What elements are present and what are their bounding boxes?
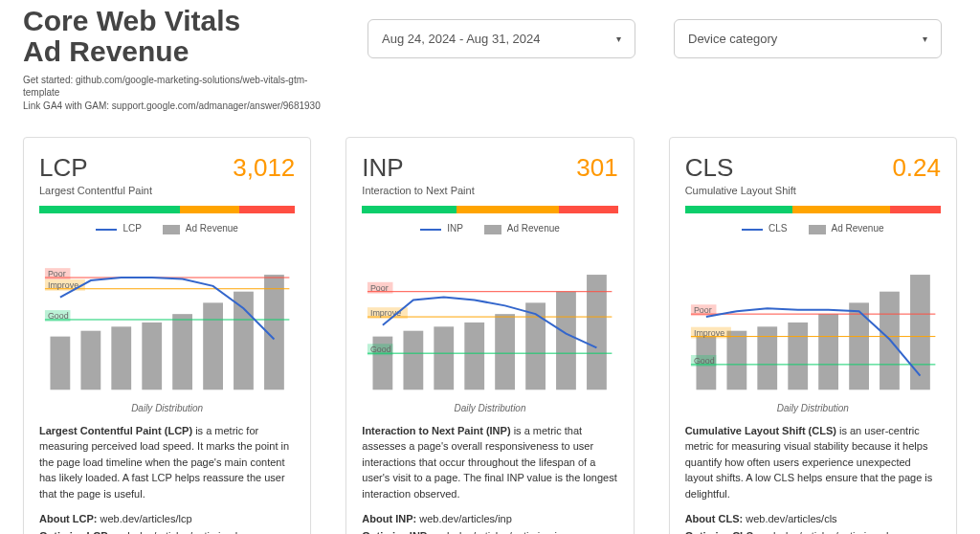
line-swatch-icon xyxy=(420,229,441,231)
inp-legend-line: INP xyxy=(447,223,463,234)
date-range-value: Aug 24, 2024 - Aug 31, 2024 xyxy=(382,32,541,46)
cls-about-label: About CLS: xyxy=(685,513,743,524)
lcp-threshold-poor-label: Poor xyxy=(48,269,66,278)
lcp-threshold-good-label: Good xyxy=(48,311,69,321)
cls-fullname: Cumulative Layout Shift xyxy=(685,185,941,196)
inp-chart-caption: Daily Distribution xyxy=(362,403,617,413)
card-cls: CLS 0.24 Cumulative Layout Shift CLS Ad … xyxy=(669,137,957,534)
cls-distribution-bar xyxy=(685,206,941,213)
cls-abbr: CLS xyxy=(685,153,734,183)
inp-about-label: About INP: xyxy=(362,513,416,524)
device-category-selector[interactable]: Device category ▾ xyxy=(674,19,942,58)
inp-links: About INP: web.dev/articles/inp Optimize… xyxy=(362,511,617,534)
inp-legend-bar: Ad Revenue xyxy=(507,223,560,234)
inp-distribution-bar xyxy=(362,206,617,213)
cls-links: About CLS: web.dev/articles/cls Optimize… xyxy=(685,511,941,534)
lcp-value: 3,012 xyxy=(233,153,295,183)
bar-swatch-icon xyxy=(809,225,826,234)
lcp-bar xyxy=(80,330,100,389)
page-title: Core Web Vitals Ad Revenue xyxy=(23,6,329,68)
lcp-abbr: LCP xyxy=(39,153,88,183)
cls-description: Cumulative Layout Shift (CLS) is an user… xyxy=(685,423,941,502)
inp-value: 301 xyxy=(576,153,617,183)
inp-abbr: INP xyxy=(362,153,403,183)
inp-optimize-label: Optimize INP: xyxy=(362,530,431,534)
inp-bar xyxy=(404,330,424,389)
inp-bar xyxy=(465,323,485,389)
cls-optimize-url: web.dev/articles/optimize-cls xyxy=(760,530,894,534)
page-title-line2: Ad Revenue xyxy=(23,35,189,67)
cls-threshold-good-label: Good xyxy=(694,356,715,366)
device-category-value: Device category xyxy=(688,32,777,46)
inp-bar xyxy=(496,314,516,389)
card-inp: INP 301 Interaction to Next Paint INP Ad… xyxy=(345,137,634,534)
inp-chart: Poor Improve Good xyxy=(362,238,617,401)
lcp-legend: LCP Ad Revenue xyxy=(39,223,295,234)
inp-legend: INP Ad Revenue xyxy=(362,223,617,234)
lcp-optimize-label: Optimize LCP: xyxy=(39,530,111,534)
subtext-get-started: Get started: github.com/google-marketing… xyxy=(23,74,329,100)
cls-chart: Poor Improve Good xyxy=(685,238,941,401)
header-subtext: Get started: github.com/google-marketing… xyxy=(23,74,329,113)
inp-about-url: web.dev/articles/inp xyxy=(419,513,512,524)
chevron-down-icon: ▾ xyxy=(923,33,927,44)
lcp-bar xyxy=(142,323,162,389)
lcp-bar xyxy=(172,314,192,389)
inp-optimize-url: web.dev/articles/optimize-inp xyxy=(434,530,568,534)
inp-fullname: Interaction to Next Paint xyxy=(362,185,617,196)
cls-legend-bar: Ad Revenue xyxy=(832,223,884,234)
card-lcp: LCP 3,012 Largest Contentful Paint LCP A… xyxy=(23,137,311,534)
cls-legend-line: CLS xyxy=(768,223,787,234)
bar-swatch-icon xyxy=(163,225,180,234)
page-title-line1: Core Web Vitals xyxy=(23,5,240,36)
lcp-description: Largest Contentful Paint (LCP) is a metr… xyxy=(39,423,295,502)
lcp-chart-caption: Daily Distribution xyxy=(39,403,295,413)
cls-value: 0.24 xyxy=(892,153,941,183)
inp-bar xyxy=(556,291,576,389)
lcp-bar xyxy=(234,291,254,389)
lcp-bar xyxy=(203,302,223,389)
cls-threshold-poor-label: Poor xyxy=(694,305,712,315)
lcp-about-url: web.dev/articles/lcp xyxy=(100,513,192,524)
lcp-about-label: About LCP: xyxy=(39,513,97,524)
cls-bar xyxy=(788,323,808,389)
lcp-optimize-url: web.dev/articles/optimize-lcp xyxy=(114,530,249,534)
cls-bar xyxy=(910,275,930,389)
date-range-selector[interactable]: Aug 24, 2024 - Aug 31, 2024 ▾ xyxy=(368,19,635,58)
lcp-fullname: Largest Contentful Paint xyxy=(39,185,295,196)
cls-legend: CLS Ad Revenue xyxy=(685,223,941,234)
cls-chart-caption: Daily Distribution xyxy=(685,403,941,413)
cls-bar xyxy=(726,330,746,389)
line-swatch-icon xyxy=(742,229,763,231)
chevron-down-icon: ▾ xyxy=(616,33,621,44)
cls-optimize-label: Optimize CLS: xyxy=(685,530,757,534)
cls-bar xyxy=(849,302,869,389)
cls-bar xyxy=(818,314,838,389)
lcp-legend-bar: Ad Revenue xyxy=(186,223,238,234)
inp-threshold-good-label: Good xyxy=(370,345,391,354)
lcp-bar xyxy=(111,326,131,389)
inp-threshold-poor-label: Poor xyxy=(370,282,389,292)
bar-swatch-icon xyxy=(484,225,501,234)
inp-bar xyxy=(434,326,455,389)
subtext-link-ga4: Link GA4 with GAM: support.google.com/ad… xyxy=(23,100,329,113)
cls-threshold-improve-label: Improve xyxy=(694,327,724,337)
inp-description: Interaction to Next Paint (INP) is a met… xyxy=(362,423,617,502)
inp-bar xyxy=(526,302,546,389)
line-swatch-icon xyxy=(96,229,117,231)
cls-about-url: web.dev/articles/cls xyxy=(746,513,836,524)
lcp-bar xyxy=(50,336,70,389)
lcp-legend-line: LCP xyxy=(122,223,141,234)
lcp-distribution-bar xyxy=(39,206,295,213)
lcp-chart: Poor Improve Good xyxy=(39,238,295,401)
lcp-threshold-improve-label: Improve xyxy=(48,279,78,289)
lcp-links: About LCP: web.dev/articles/lcp Optimize… xyxy=(39,511,295,534)
